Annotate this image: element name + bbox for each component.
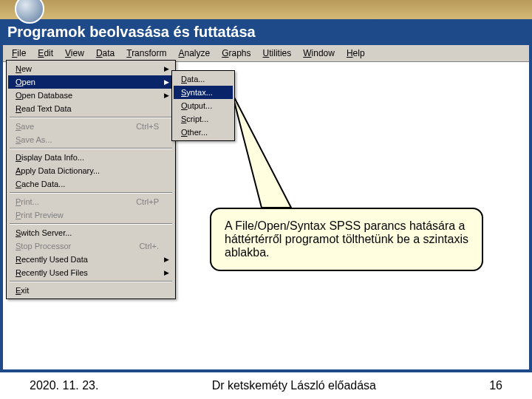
- file-menu-item[interactable]: Apply Data Dictionary...: [8, 164, 174, 177]
- menu-item-shortcut: Ctrl+P: [136, 197, 159, 206]
- file-menu-item[interactable]: Exit: [8, 284, 174, 297]
- menu-separator: [10, 223, 172, 225]
- open-submenu-item[interactable]: Output...: [174, 99, 233, 112]
- open-submenu-item[interactable]: Script...: [174, 112, 233, 126]
- file-menu-item: Stop ProcessorCtrl+.: [8, 239, 174, 253]
- open-submenu: Data...Syntax...Output...Script...Other.…: [171, 70, 235, 141]
- footer-page-number: 16: [489, 379, 502, 392]
- menu-item-label: Recently Used Files: [16, 268, 88, 277]
- submenu-arrow-icon: ▶: [164, 269, 169, 276]
- menu-item-label: Save As...: [16, 135, 52, 144]
- menu-item-label: Print Preview: [16, 211, 64, 219]
- menu-item-label: New: [16, 64, 32, 73]
- menubar-view[interactable]: View: [59, 47, 90, 60]
- menu-separator: [10, 192, 172, 194]
- menu-item-shortcut: Ctrl+S: [136, 122, 159, 131]
- menu-item-label: Stop Processor: [16, 242, 71, 250]
- file-menu-item[interactable]: Read Text Data: [8, 102, 174, 115]
- slide-footer: 2020. 11. 23. Dr ketskeméty László előad…: [0, 369, 532, 399]
- menu-item-label: Read Text Data: [16, 104, 72, 113]
- menu-separator: [10, 281, 172, 282]
- file-menu-item[interactable]: Switch Server...: [8, 226, 174, 239]
- open-submenu-item[interactable]: Syntax...: [174, 86, 233, 99]
- open-submenu-item[interactable]: Data...: [174, 72, 233, 86]
- menu-item-label: Display Data Info...: [16, 153, 84, 162]
- submenu-arrow-icon: ▶: [164, 65, 169, 72]
- callout-text: A File/Open/Syntax SPSS parancs hatására…: [225, 219, 468, 259]
- submenu-item-label: Output...: [181, 101, 212, 110]
- submenu-item-label: Other...: [181, 128, 208, 137]
- menu-item-label: Print...: [16, 197, 39, 206]
- menu-item-label: Open Database: [16, 91, 72, 100]
- submenu-arrow-icon: ▶: [164, 78, 169, 86]
- submenu-item-label: Data...: [181, 75, 205, 83]
- submenu-arrow-icon: ▶: [164, 256, 169, 263]
- file-menu-item[interactable]: Recently Used Data▶: [8, 253, 174, 266]
- slide-title: Programok beolvasása és futtatása: [0, 19, 532, 45]
- footer-date: 2020. 11. 23.: [30, 379, 98, 392]
- callout-box: A File/Open/Syntax SPSS parancs hatására…: [210, 208, 483, 271]
- menu-item-label: Recently Used Data: [16, 255, 88, 264]
- footer-presenter: Dr ketskeméty László előadása: [98, 379, 489, 392]
- file-dropdown-menu: New▶Open▶Open Database▶Read Text DataSav…: [6, 60, 176, 299]
- submenu-arrow-icon: ▶: [164, 92, 169, 99]
- menubar-data[interactable]: Data: [90, 47, 120, 60]
- menubar-window[interactable]: Window: [297, 47, 341, 60]
- menu-item-label: Cache Data...: [16, 180, 65, 188]
- menubar-file[interactable]: File: [6, 47, 32, 60]
- menu-separator: [10, 117, 172, 118]
- menu-item-label: Apply Data Dictionary...: [16, 166, 100, 175]
- file-menu-item: Print Preview: [8, 208, 174, 222]
- callout-pointer: [232, 93, 321, 219]
- submenu-item-label: Syntax...: [181, 88, 213, 97]
- menu-item-label: Open: [16, 78, 35, 86]
- file-menu-item[interactable]: New▶: [8, 62, 174, 75]
- menubar-transform[interactable]: Transform: [120, 47, 172, 60]
- menubar-utilities[interactable]: Utilities: [257, 47, 298, 60]
- menu-item-label: Switch Server...: [16, 228, 72, 237]
- file-menu-item[interactable]: Cache Data...: [8, 177, 174, 191]
- menu-item-label: Exit: [16, 286, 29, 295]
- file-menu-item: Print...Ctrl+P: [8, 195, 174, 208]
- svg-marker-0: [232, 93, 291, 208]
- menu-item-shortcut: Ctrl+.: [139, 242, 159, 250]
- menubar-edit[interactable]: Edit: [32, 47, 59, 60]
- open-submenu-item[interactable]: Other...: [174, 126, 233, 139]
- file-menu-item[interactable]: Open Database▶: [8, 89, 174, 102]
- file-menu-item[interactable]: Display Data Info...: [8, 151, 174, 164]
- menu-item-label: Save: [16, 122, 34, 131]
- menu-separator: [10, 148, 172, 149]
- slide-top-decoration: [0, 0, 532, 19]
- file-menu-item[interactable]: Open▶: [8, 75, 174, 89]
- slide-content: File Edit View Data Transform Analyze Gr…: [0, 45, 532, 370]
- menubar-analyze[interactable]: Analyze: [172, 47, 216, 60]
- menubar-help[interactable]: Help: [341, 47, 371, 60]
- submenu-item-label: Script...: [181, 115, 208, 123]
- file-menu-item[interactable]: Recently Used Files▶: [8, 266, 174, 279]
- file-menu-item: Save As...: [8, 133, 174, 146]
- file-menu-item: SaveCtrl+S: [8, 120, 174, 133]
- menubar-graphs[interactable]: Graphs: [216, 47, 256, 60]
